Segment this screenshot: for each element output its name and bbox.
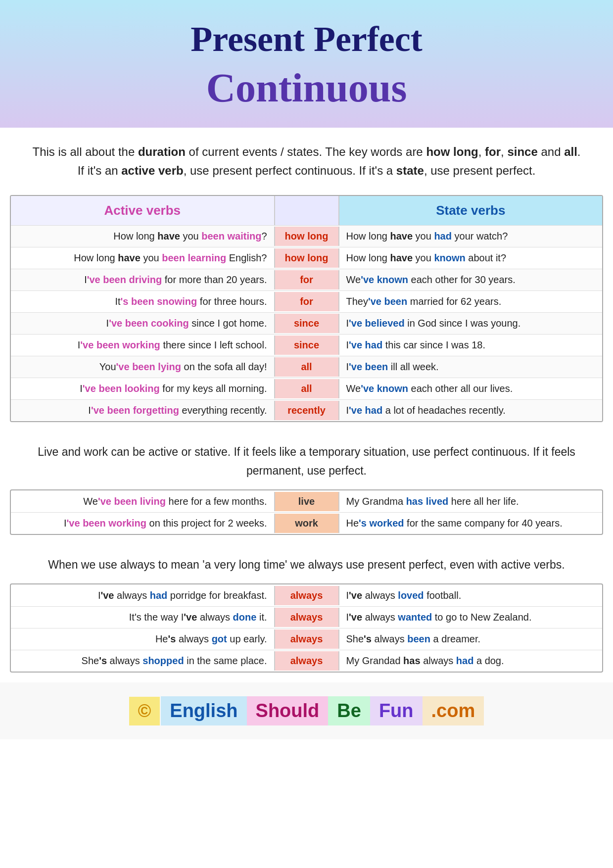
cell-always-keyword: always: [275, 608, 339, 627]
cell-active: You've been lying on the sofa all day!: [11, 357, 275, 377]
footer-english: English: [161, 696, 246, 725]
cell-keyword: recently: [275, 401, 339, 420]
cell-active: I've been working there since I left sch…: [11, 336, 275, 355]
cell-keyword: how long: [275, 248, 339, 268]
cell-keyword: all: [275, 357, 339, 377]
table-row: I've been driving for more than 20 years…: [11, 269, 602, 290]
title-line1: Present Perfect: [10, 20, 603, 59]
cell-keyword: for: [275, 270, 339, 289]
cell-always-state: I've always loved football.: [339, 586, 603, 605]
footer-fun: Fun: [370, 696, 423, 725]
cell-lw-active: We've been living here for a few months.: [11, 492, 275, 511]
cell-lw-state: He's worked for the same company for 40 …: [339, 514, 603, 533]
table-row: How long have you been waiting? how long…: [11, 225, 602, 247]
always-row: He's always got up early. always She's a…: [11, 628, 602, 650]
cell-always-state: I've always wanted to go to New Zealand.: [339, 608, 603, 627]
table-row: You've been lying on the sofa all day! a…: [11, 356, 602, 378]
cell-keyword: all: [275, 379, 339, 398]
cell-keyword: for: [275, 292, 339, 311]
table-row: How long have you been learning English?…: [11, 247, 602, 269]
state-verbs-header: State verbs: [339, 196, 603, 225]
cell-lw-keyword: work: [275, 514, 339, 533]
main-table: Active verbs State verbs How long have y…: [10, 195, 603, 422]
footer-be: Be: [328, 696, 370, 725]
always-row: She's always shopped in the same place. …: [11, 650, 602, 672]
live-work-table: We've been living here for a few months.…: [10, 489, 603, 535]
cell-always-state: My Grandad has always had a dog.: [339, 651, 603, 671]
cell-always-keyword: always: [275, 586, 339, 605]
cell-state: We've known each other all our lives.: [339, 379, 603, 398]
table-row: I've been working there since I left sch…: [11, 334, 602, 356]
always-row: I've always had porridge for breakfast. …: [11, 584, 602, 606]
cell-always-active: She's always shopped in the same place.: [11, 651, 275, 671]
cell-state: We've known each other for 30 years.: [339, 270, 603, 289]
cell-state: I've had this car since I was 18.: [339, 336, 603, 355]
cell-always-keyword: always: [275, 651, 339, 671]
cell-active: How long have you been waiting?: [11, 227, 275, 246]
cell-lw-state: My Grandma has lived here all her life.: [339, 492, 603, 511]
footer-dotcom: .com: [423, 696, 484, 725]
footer-copyright: ©: [129, 697, 160, 725]
live-work-prose: Live and work can be active or stative. …: [0, 432, 613, 485]
cell-lw-keyword: live: [275, 492, 339, 511]
title-line2: Continuous: [10, 64, 603, 112]
table-row: I've been forgetting everything recently…: [11, 399, 602, 421]
table-row: I've been cooking since I got home. sinc…: [11, 312, 602, 334]
cell-always-active: He's always got up early.: [11, 629, 275, 649]
cell-active: I've been looking for my keys all mornin…: [11, 379, 275, 398]
cell-state: How long have you known about it?: [339, 248, 603, 268]
cell-active: I've been driving for more than 20 years…: [11, 270, 275, 289]
footer-should: Should: [247, 696, 329, 725]
active-verbs-header: Active verbs: [11, 196, 275, 225]
cell-keyword: how long: [275, 227, 339, 246]
cell-state: I've had a lot of headaches recently.: [339, 401, 603, 420]
keyword-header-spacer: [275, 196, 339, 225]
cell-always-keyword: always: [275, 629, 339, 649]
cell-always-active: It's the way I've always done it.: [11, 608, 275, 627]
footer-inner: © English Should Be Fun .com: [129, 696, 484, 725]
header: Present Perfect Continuous: [0, 0, 613, 128]
table-row: It's been snowing for three hours. for T…: [11, 290, 602, 312]
cell-keyword: since: [275, 336, 339, 355]
cell-state: I've believed in God since I was young.: [339, 314, 603, 333]
always-prose: When we use always to mean 'a very long …: [0, 545, 613, 579]
footer: © English Should Be Fun .com: [0, 682, 613, 739]
cell-always-active: I've always had porridge for breakfast.: [11, 586, 275, 605]
lw-row: I've been working on this project for 2 …: [11, 512, 602, 534]
cell-state: They've been married for 62 years.: [339, 292, 603, 311]
always-table: I've always had porridge for breakfast. …: [10, 583, 603, 673]
cell-active: I've been forgetting everything recently…: [11, 401, 275, 420]
cell-active: How long have you been learning English?: [11, 248, 275, 268]
table-row: I've been looking for my keys all mornin…: [11, 378, 602, 399]
intro-section: This is all about the duration of curren…: [0, 128, 613, 191]
cell-state: I've been ill all week.: [339, 357, 603, 377]
always-row: It's the way I've always done it. always…: [11, 606, 602, 628]
cell-active: I've been cooking since I got home.: [11, 314, 275, 333]
cell-always-state: She's always been a dreamer.: [339, 629, 603, 649]
cell-active: It's been snowing for three hours.: [11, 292, 275, 311]
table-header-row: Active verbs State verbs: [11, 196, 602, 225]
cell-state: How long have you had your watch?: [339, 227, 603, 246]
cell-keyword: since: [275, 314, 339, 333]
cell-lw-active: I've been working on this project for 2 …: [11, 514, 275, 533]
lw-row: We've been living here for a few months.…: [11, 490, 602, 512]
